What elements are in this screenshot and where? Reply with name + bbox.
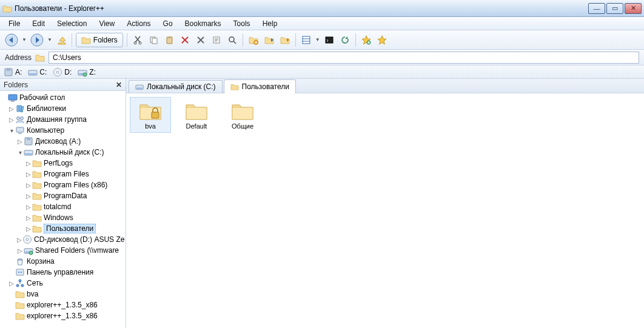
recycle-icon: [15, 256, 25, 266]
menu-go[interactable]: Go: [157, 18, 179, 29]
tree-twisty[interactable]: ▷: [17, 138, 23, 145]
tree-item[interactable]: ▷totalcmd: [0, 201, 126, 212]
terminal-button[interactable]: [323, 33, 336, 47]
back-button[interactable]: [4, 32, 19, 48]
maximize-button[interactable]: ▭: [606, 3, 623, 14]
tree-item-label: explorer++_1.3.5_x86: [27, 312, 100, 320]
drive-z[interactable]: Z:: [78, 67, 96, 77]
folder-icon: [230, 100, 255, 121]
file-item[interactable]: bva: [130, 97, 171, 133]
tree-twisty[interactable]: ▷: [8, 105, 15, 112]
drive-icon: [28, 67, 38, 77]
tree-item[interactable]: ▷ProgramData: [0, 190, 126, 201]
tree-twisty[interactable]: ▷: [25, 160, 32, 167]
tree-item[interactable]: explorer++_1.3.5_x86: [0, 300, 126, 310]
tree-item[interactable]: bva: [0, 289, 126, 300]
drive-a[interactable]: A:: [4, 67, 22, 77]
tab[interactable]: Локальный диск (C:): [129, 80, 223, 93]
address-bar: Address: [0, 50, 644, 65]
toolbar-separator: [295, 33, 296, 47]
menu-file[interactable]: File: [2, 18, 26, 29]
menu-selection[interactable]: Selection: [51, 18, 93, 29]
file-item[interactable]: Default: [176, 97, 217, 133]
tree-twisty[interactable]: ▷: [25, 215, 32, 221]
cut-button[interactable]: [131, 33, 144, 47]
tree-item[interactable]: ▷Windows: [0, 212, 126, 223]
tree-item[interactable]: ▷CD-дисковод (D:) ASUS Ze: [0, 234, 126, 245]
views-dropdown-icon[interactable]: ▼: [315, 37, 320, 42]
menu-tools[interactable]: Tools: [227, 18, 257, 29]
new-folder-button[interactable]: [247, 33, 260, 47]
drive-label: D:: [64, 68, 72, 76]
folder-icon: [35, 53, 45, 62]
bookmarks-button[interactable]: [375, 33, 389, 47]
tree-twisty[interactable]: ▷: [25, 171, 32, 178]
tree-item[interactable]: Корзина: [0, 256, 126, 267]
paste-button[interactable]: [163, 33, 176, 47]
tree-item[interactable]: Панель управления: [0, 267, 126, 278]
folder-tree[interactable]: Рабочий стол▷Библиотеки▷Домашняя группа▾…: [0, 91, 126, 328]
toolbar-separator: [127, 33, 127, 47]
back-dropdown-icon[interactable]: ▼: [22, 37, 27, 42]
tree-twisty[interactable]: ▷: [25, 204, 32, 210]
file-item[interactable]: Общие: [222, 97, 263, 133]
menu-edit[interactable]: Edit: [26, 18, 51, 29]
close-button[interactable]: ✕: [625, 3, 642, 14]
delete-button[interactable]: [178, 33, 192, 47]
drive-c[interactable]: C:: [28, 67, 47, 77]
toolbar-separator: [355, 33, 356, 47]
folders-toggle-button[interactable]: Folders: [76, 33, 123, 47]
move-to-button[interactable]: [278, 33, 292, 47]
menu-actions[interactable]: Actions: [121, 18, 156, 29]
drive-d[interactable]: D:: [53, 67, 72, 77]
tree-item-label: Локальный диск (C:): [35, 148, 107, 156]
tree-twisty[interactable]: ▾: [8, 127, 15, 134]
tree-item[interactable]: ▷Библиотеки: [0, 103, 126, 114]
menu-bookmarks[interactable]: Bookmarks: [179, 18, 227, 29]
tree-item-label: PerfLogs: [44, 159, 75, 167]
tree-twisty[interactable]: ▷: [8, 280, 15, 287]
tree-twisty[interactable]: ▷: [25, 226, 32, 232]
tab[interactable]: Пользователи: [224, 79, 296, 93]
copy-to-button[interactable]: [263, 33, 276, 47]
properties-button[interactable]: [210, 33, 223, 47]
tree-item[interactable]: ▷Домашняя группа: [0, 114, 126, 125]
tree-item[interactable]: ▷Shared Folders (\\vmware: [0, 245, 126, 256]
forward-button[interactable]: [29, 32, 45, 48]
tree-item-label: Program Files (x86): [44, 181, 110, 189]
floppy-icon: [24, 136, 33, 146]
delete-permanent-button[interactable]: [194, 33, 207, 47]
forward-dropdown-icon[interactable]: ▼: [47, 37, 52, 42]
folders-panel-close-button[interactable]: ✕: [116, 81, 122, 89]
tree-item[interactable]: ▷Дисковод (A:): [0, 136, 126, 147]
tree-item[interactable]: ▷PerfLogs: [0, 158, 126, 169]
tree-item[interactable]: ▷Пользователи: [0, 223, 126, 234]
tree-twisty[interactable]: ▷: [25, 193, 32, 199]
drive-label: C:: [39, 68, 47, 76]
folder-icon: [32, 191, 42, 201]
copy-button[interactable]: [147, 33, 160, 47]
tree-twisty[interactable]: ▾: [17, 149, 23, 156]
search-button[interactable]: [226, 33, 239, 47]
tree-twisty[interactable]: ▷: [17, 236, 22, 243]
menu-view[interactable]: View: [93, 18, 121, 29]
tree-item[interactable]: ▾Компьютер: [0, 125, 126, 136]
views-button[interactable]: [300, 33, 313, 47]
menu-help[interactable]: Help: [257, 18, 284, 29]
tree-item[interactable]: ▷Program Files: [0, 169, 126, 179]
tree-item[interactable]: ▷Program Files (x86): [0, 179, 126, 190]
tree-twisty[interactable]: ▷: [17, 247, 23, 254]
tree-twisty[interactable]: ▷: [25, 182, 32, 189]
file-list[interactable]: bvaDefaultОбщие: [126, 93, 644, 328]
refresh-button[interactable]: [338, 33, 352, 47]
address-input[interactable]: [49, 52, 639, 64]
tree-item[interactable]: ▾Локальный диск (C:): [0, 147, 126, 158]
minimize-button[interactable]: —: [588, 3, 605, 14]
tree-item[interactable]: ▷Сеть: [0, 278, 126, 289]
add-bookmark-button[interactable]: [360, 33, 373, 47]
up-button[interactable]: [55, 33, 68, 47]
tree-item[interactable]: explorer++_1.3.5_x86: [0, 310, 126, 321]
tree-twisty[interactable]: ▷: [8, 116, 15, 123]
tree-item[interactable]: Рабочий стол: [0, 92, 126, 103]
folder-icon: [15, 300, 25, 310]
